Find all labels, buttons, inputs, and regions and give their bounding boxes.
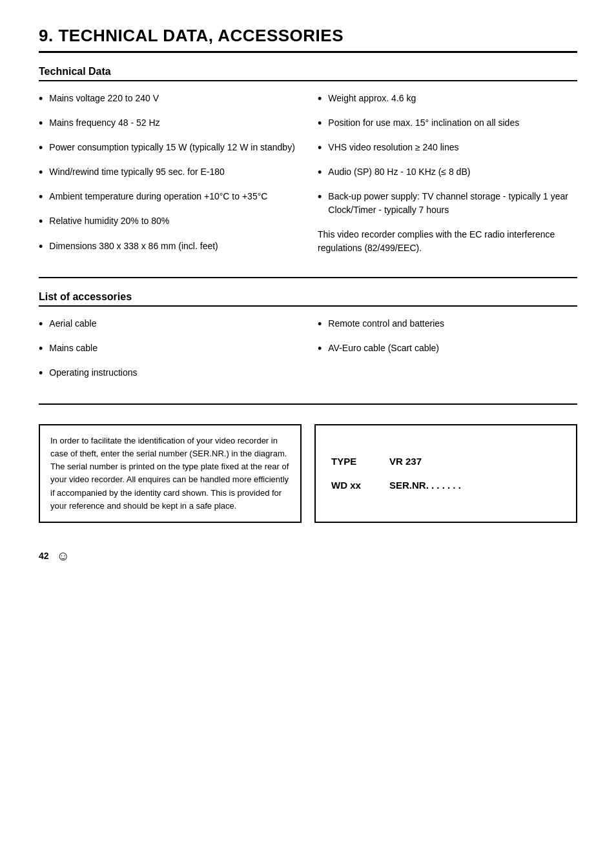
serial-box: TYPE VR 237 WD xx SER.NR. . . . . . .: [314, 424, 577, 523]
bullet-dot: •: [39, 90, 43, 107]
bullet-text: Remote control and batteries: [328, 317, 577, 330]
type-label: TYPE: [331, 456, 370, 467]
bullet-dot: •: [39, 189, 43, 205]
bullet-dot: •: [318, 316, 322, 332]
tech-left-item: •Mains frequency 48 - 52 Hz: [39, 116, 298, 132]
bullet-text: Aerial cable: [49, 317, 298, 330]
page-number: 42: [39, 551, 49, 561]
acc-right-item: •AV-Euro cable (Scart cable): [318, 341, 577, 357]
tech-left-item: •Mains voltage 220 to 240 V: [39, 92, 298, 107]
tech-right-item: •Position for use max. 15° inclination o…: [318, 116, 577, 132]
technical-data-columns: •Mains voltage 220 to 240 V•Mains freque…: [39, 92, 577, 264]
accessories-divider: [39, 277, 577, 278]
tech-left-column: •Mains voltage 220 to 240 V•Mains freque…: [39, 92, 298, 264]
tech-right-column: •Weight approx. 4.6 kg•Position for use …: [318, 92, 577, 264]
bullet-text: Mains cable: [49, 341, 298, 354]
bullet-text: Position for use max. 15° inclination on…: [328, 116, 577, 129]
accessories-columns: •Aerial cable•Mains cable•Operating inst…: [39, 317, 577, 391]
tech-left-item: •Relative humidity 20% to 80%: [39, 214, 298, 230]
bullet-dot: •: [39, 340, 43, 357]
ec-note: This video recorder complies with the EC…: [318, 228, 577, 255]
page-footer: 42 ☺: [39, 549, 577, 564]
bullet-text: Dimensions 380 x 338 x 86 mm (incl. feet…: [49, 239, 298, 252]
bullet-dot: •: [318, 340, 322, 357]
tech-left-item: •Ambient temperature during operation +1…: [39, 190, 298, 205]
acc-left-column: •Aerial cable•Mains cable•Operating inst…: [39, 317, 298, 391]
acc-right-column: •Remote control and batteries•AV-Euro ca…: [318, 317, 577, 391]
bullet-text: Mains voltage 220 to 240 V: [49, 92, 298, 105]
technical-data-heading: Technical Data: [39, 66, 577, 81]
bullet-text: AV-Euro cable (Scart cable): [328, 341, 577, 354]
bottom-area: In order to facilitate the identificatio…: [39, 424, 577, 523]
info-box: In order to facilitate the identificatio…: [39, 424, 302, 523]
info-box-text: In order to facilitate the identificatio…: [50, 436, 289, 511]
tech-left-item: •Dimensions 380 x 338 x 86 mm (incl. fee…: [39, 239, 298, 255]
wd-value: SER.NR. . . . . . .: [389, 480, 461, 491]
page-title: 9. TECHNICAL DATA, ACCESSORIES: [39, 26, 577, 46]
footer-icon: ☺: [57, 549, 70, 564]
type-value: VR 237: [389, 456, 422, 467]
tech-left-item: •Power consumption typically 15 W (typic…: [39, 141, 298, 156]
wd-label: WD xx: [331, 480, 370, 491]
tech-right-item: •VHS video resolution ≥ 240 lines: [318, 141, 577, 156]
bullet-text: Mains frequency 48 - 52 Hz: [49, 116, 298, 129]
bullet-dot: •: [318, 115, 322, 132]
bullet-dot: •: [318, 164, 322, 181]
wd-row: WD xx SER.NR. . . . . . .: [331, 480, 560, 491]
bullet-text: VHS video resolution ≥ 240 lines: [328, 141, 577, 154]
bullet-dot: •: [39, 316, 43, 332]
tech-right-item: •Weight approx. 4.6 kg: [318, 92, 577, 107]
tech-right-item: •Audio (SP) 80 Hz - 10 KHz (≤ 8 dB): [318, 165, 577, 181]
acc-left-item: •Operating instructions: [39, 366, 298, 382]
bullet-text: Weight approx. 4.6 kg: [328, 92, 577, 105]
tech-left-item: •Wind/rewind time typically 95 sec. for …: [39, 165, 298, 181]
acc-right-item: •Remote control and batteries: [318, 317, 577, 332]
acc-left-item: •Aerial cable: [39, 317, 298, 332]
bullet-dot: •: [318, 189, 322, 205]
bullet-text: Wind/rewind time typically 95 sec. for E…: [49, 165, 298, 178]
bullet-dot: •: [39, 139, 43, 156]
bullet-text: Back-up power supply: TV channel storage…: [328, 190, 577, 216]
accessories-heading: List of accessories: [39, 291, 577, 307]
type-row: TYPE VR 237: [331, 456, 560, 467]
bullet-text: Operating instructions: [49, 366, 298, 379]
bullet-text: Relative humidity 20% to 80%: [49, 214, 298, 227]
acc-left-item: •Mains cable: [39, 341, 298, 357]
bullet-text: Audio (SP) 80 Hz - 10 KHz (≤ 8 dB): [328, 165, 577, 178]
bullet-dot: •: [318, 139, 322, 156]
bullet-dot: •: [39, 164, 43, 181]
bottom-divider: [39, 403, 577, 405]
bullet-dot: •: [39, 213, 43, 230]
bullet-dot: •: [39, 115, 43, 132]
bullet-dot: •: [39, 365, 43, 382]
bullet-text: Ambient temperature during operation +10…: [49, 190, 298, 203]
title-divider: [39, 51, 577, 53]
bullet-text: Power consumption typically 15 W (typica…: [49, 141, 298, 154]
bullet-dot: •: [39, 238, 43, 255]
bullet-dot: •: [318, 90, 322, 107]
tech-right-item: •Back-up power supply: TV channel storag…: [318, 190, 577, 216]
